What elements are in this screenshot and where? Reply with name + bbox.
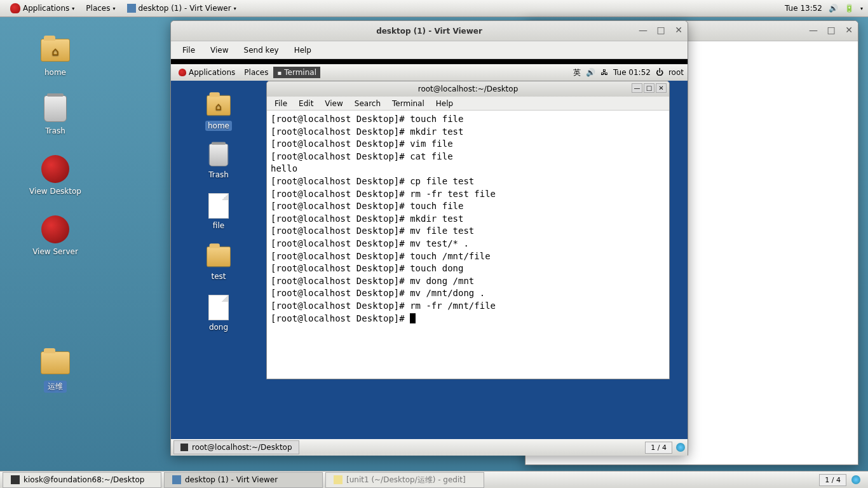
host-bottom-panel: kiosk@foundation68:~/Desktop desktop (1)… <box>0 471 868 488</box>
top-panel-left: Applications ▾ Places ▾ desktop (1) - Vi… <box>5 1 241 15</box>
places-label: Places <box>86 4 110 13</box>
network-icon[interactable]: 🖧 <box>600 68 608 77</box>
task-gedit[interactable]: [unit1 (~/Desktop/运维) - gedit] <box>325 472 484 488</box>
guest-workspace-indicator[interactable]: 1 / 4 <box>645 442 672 454</box>
guest-applications-menu[interactable]: Applications <box>175 67 239 78</box>
menu-terminal[interactable]: Terminal <box>387 98 430 109</box>
menu-sendkey[interactable]: Send key <box>238 43 285 57</box>
guest-terminal-app[interactable]: ▪ Terminal <box>273 67 320 78</box>
chevron-down-icon: ▾ <box>234 6 236 11</box>
label: Applications <box>189 68 235 77</box>
icon-label: home <box>27 68 84 77</box>
chevron-down-icon: ▾ <box>112 6 115 11</box>
clock[interactable]: Tue 13:52 <box>785 4 822 13</box>
icon-label: home <box>205 121 232 131</box>
chevron-down-icon[interactable]: ▾ <box>860 6 863 11</box>
active-app-menu[interactable]: desktop (1) - Virt Viewer ▾ <box>122 2 241 15</box>
file-icon <box>208 193 229 219</box>
menu-edit[interactable]: Edit <box>294 98 318 109</box>
applications-menu[interactable]: Applications ▾ <box>5 1 79 15</box>
places-menu[interactable]: Places ▾ <box>81 2 120 15</box>
folder-home-icon <box>41 39 70 62</box>
guest-clock[interactable]: Tue 01:52 <box>613 68 651 77</box>
workspace-indicator[interactable]: 1 / 4 <box>819 474 846 486</box>
terminal-title: root@localhost:~/Desktop <box>418 85 519 93</box>
task-kiosk-terminal[interactable]: kiosk@foundation68:~/Desktop <box>3 472 161 488</box>
guest-task-terminal[interactable]: root@localhost:~/Desktop <box>173 440 299 454</box>
trash-icon <box>44 95 67 122</box>
terminal-titlebar[interactable]: root@localhost:~/Desktop — □ ✕ <box>267 81 669 97</box>
guest-icon-home[interactable]: home <box>196 92 241 131</box>
desktop-icon-home[interactable]: home <box>27 35 84 77</box>
icon-label: Trash <box>208 170 229 179</box>
folder-icon <box>41 351 70 374</box>
volume-icon[interactable]: 🔊 <box>829 4 838 13</box>
redhat-icon <box>10 3 20 13</box>
task-label: kiosk@foundation68:~/Desktop <box>24 475 144 484</box>
icon-label: Trash <box>27 126 84 135</box>
guest-desktop[interactable]: home Trash file test dong <box>171 81 688 439</box>
menu-help[interactable]: Help <box>288 43 318 57</box>
guest-terminal-window[interactable]: root@localhost:~/Desktop — □ ✕ File Edit… <box>266 81 670 379</box>
minimize-button[interactable]: — <box>638 25 648 35</box>
close-button[interactable]: ✕ <box>656 83 667 93</box>
virt-menubar: File View Send key Help <box>171 41 688 59</box>
label: Places <box>244 68 268 77</box>
guest-bottom-panel: root@localhost:~/Desktop 1 / 4 <box>171 439 688 456</box>
maximize-button[interactable]: □ <box>656 25 666 35</box>
menu-file[interactable]: File <box>176 43 201 57</box>
virt-title: desktop (1) - Virt Viewer <box>376 27 482 36</box>
ime-indicator[interactable]: 英 <box>573 67 581 78</box>
maximize-button[interactable]: □ <box>826 25 836 35</box>
virt-viewer-window[interactable]: desktop (1) - Virt Viewer — □ ✕ File Vie… <box>170 20 688 456</box>
desktop-icon-view-desktop[interactable]: View Desktop <box>27 154 84 196</box>
icon-label: View Desktop <box>27 187 84 196</box>
redhat-icon <box>41 215 69 243</box>
maximize-button[interactable]: □ <box>644 83 654 93</box>
task-label: desktop (1) - Virt Viewer <box>185 475 278 484</box>
menu-view[interactable]: View <box>320 98 348 109</box>
battery-icon[interactable]: 🔋 <box>844 4 854 13</box>
guest-places-menu[interactable]: Places <box>240 67 272 78</box>
menu-search[interactable]: Search <box>349 98 386 109</box>
desktop-icon-yunwei[interactable]: 运维 <box>27 348 84 393</box>
task-label: root@localhost:~/Desktop <box>192 443 292 452</box>
file-icon <box>208 295 229 320</box>
chevron-down-icon: ▾ <box>72 6 74 11</box>
active-app-label: desktop (1) - Virt Viewer <box>139 4 231 13</box>
folder-icon <box>207 247 231 267</box>
host-top-panel: Applications ▾ Places ▾ desktop (1) - Vi… <box>0 0 868 17</box>
desktop-icon-trash[interactable]: Trash <box>27 93 84 135</box>
icon-label: View Server <box>27 247 84 256</box>
power-icon[interactable]: ⏻ <box>656 68 663 77</box>
virt-titlebar[interactable]: desktop (1) - Virt Viewer — □ ✕ <box>171 21 688 41</box>
minimize-button[interactable]: — <box>632 83 642 93</box>
close-button[interactable]: ✕ <box>844 25 854 35</box>
trash-icon <box>209 144 229 166</box>
guest-user[interactable]: root <box>668 68 684 77</box>
icon-label: dong <box>209 323 228 332</box>
show-desktop-icon[interactable] <box>676 443 685 452</box>
redhat-icon <box>41 155 69 183</box>
guest-icon-trash[interactable]: Trash <box>196 142 241 179</box>
menu-file[interactable]: File <box>269 98 292 109</box>
guest-icon-test[interactable]: test <box>196 243 241 281</box>
close-button[interactable]: ✕ <box>674 25 684 35</box>
icon-label: 运维 <box>44 381 67 393</box>
guest-icon-file[interactable]: file <box>196 193 241 230</box>
show-desktop-icon[interactable] <box>851 475 860 484</box>
terminal-icon <box>11 475 20 484</box>
menu-view[interactable]: View <box>204 43 234 57</box>
minimize-button[interactable]: — <box>808 25 818 35</box>
virt-content: Applications Places ▪ Terminal 英 🔊 🖧 Tue… <box>171 59 688 456</box>
desktop-icon-view-server[interactable]: View Server <box>27 214 84 256</box>
terminal-body[interactable]: [root@localhost Desktop]# touch file [ro… <box>267 111 669 379</box>
icon-label: test <box>211 272 226 281</box>
top-panel-right: Tue 13:52 🔊 🔋 ▾ <box>785 4 863 13</box>
volume-icon[interactable]: 🔊 <box>586 68 595 77</box>
guest-icon-dong[interactable]: dong <box>196 294 241 332</box>
folder-home-icon <box>207 95 231 116</box>
host-desktop[interactable]: home Trash View Desktop View Server 运维 —… <box>0 17 868 471</box>
task-virt-viewer[interactable]: desktop (1) - Virt Viewer <box>164 472 323 488</box>
menu-help[interactable]: Help <box>431 98 458 109</box>
